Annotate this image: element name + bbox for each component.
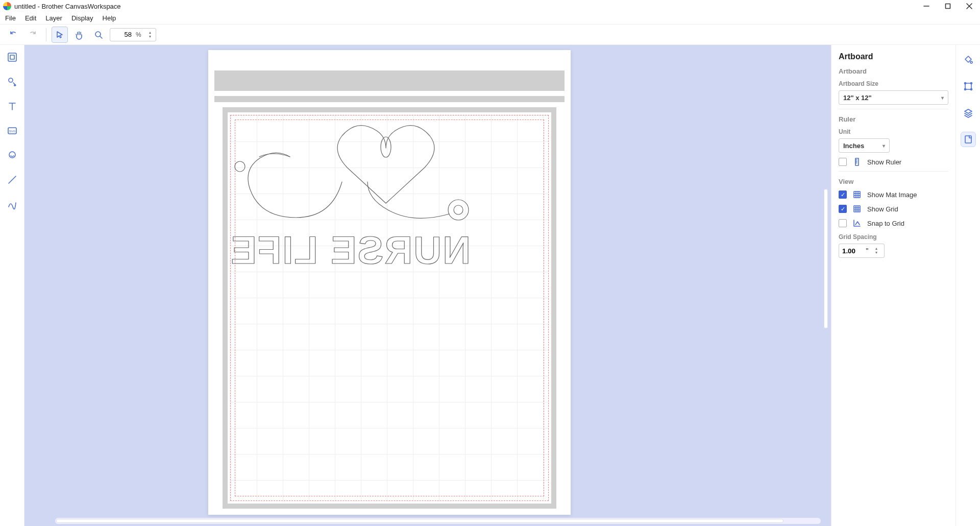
design-outline[interactable]: NURSE LIFE [231,115,471,269]
zoom-field[interactable]: % ▴ ▾ [110,28,156,41]
show-grid-label: Show Grid [867,205,898,213]
hand-tool-button[interactable] [71,27,87,43]
canvas-area[interactable]: NURSE LIFE [24,45,831,526]
artboard-tab-icon[interactable] [961,132,976,147]
show-ruler-label: Show Ruler [867,158,901,166]
grid-icon [852,204,862,214]
show-grid-checkbox[interactable] [839,205,847,213]
show-mat-checkbox[interactable] [839,190,847,199]
ruler-icon [852,157,862,167]
pointer-tool-button[interactable] [52,27,68,43]
svg-point-27 [970,61,972,63]
separator [46,28,46,41]
close-button[interactable] [966,3,973,10]
layers-tab-icon[interactable] [961,105,976,121]
design-text: NURSE LIFE [231,228,471,269]
svg-line-13 [9,176,16,183]
section-view: View [839,178,948,185]
vscroll-thumb[interactable] [824,189,828,328]
show-ruler-checkbox[interactable] [839,158,847,166]
menu-file[interactable]: File [5,14,16,22]
window-title: untitled - Brother CanvasWorkspace [14,3,121,10]
unit-value: Inches [843,142,864,150]
zoom-input[interactable] [113,31,132,38]
menu-layer[interactable]: Layer [45,14,62,22]
shapes-tool-icon[interactable] [5,75,19,89]
redo-button[interactable] [24,27,41,43]
artboard-grid[interactable]: NURSE LIFE [230,115,549,501]
section-artboard: Artboard [839,67,948,75]
snap-grid-label: Snap to Grid [867,220,904,227]
svg-point-10 [14,85,15,86]
svg-point-16 [454,205,463,214]
menu-display[interactable]: Display [71,14,93,22]
fill-tab-icon[interactable] [961,52,976,67]
grid-spacing-input[interactable] [842,247,863,255]
grid-spacing-down[interactable]: ▾ [874,251,879,255]
grid-spacing-unit: " [866,247,869,254]
right-tab-strip [955,45,980,526]
grid-spacing-field[interactable]: " ▴ ▾ [839,244,885,258]
cutting-mat: NURSE LIFE [208,50,571,515]
svg-point-8 [9,78,13,82]
menu-bar: File Edit Layer Display Help [0,12,980,25]
divider [839,109,948,109]
mat-icon [852,189,862,200]
svg-point-17 [235,161,245,172]
artboard-size-dropdown[interactable]: 12" x 12" ▾ [839,90,948,105]
divider [839,171,948,172]
unit-dropdown[interactable]: Inches ▾ [839,138,890,153]
artboard-size-value: 12" x 12" [843,94,872,102]
show-mat-label: Show Mat Image [867,191,917,199]
transform-tab-icon[interactable] [961,79,976,94]
import-svg-icon[interactable]: SVG [5,124,19,138]
text-tool-icon[interactable] [5,99,19,113]
chevron-down-icon: ▾ [883,143,885,149]
svg-text:SVG: SVG [9,130,15,133]
zoom-step-down[interactable]: ▾ [148,35,153,39]
unit-label: Unit [839,128,948,135]
vertical-scrollbar[interactable] [823,50,829,514]
trace-tool-icon[interactable] [5,148,19,162]
svg-point-15 [448,200,469,220]
mat-strip [214,96,565,102]
chevron-down-icon: ▾ [941,95,944,101]
artboard-size-label: Artboard Size [839,80,948,87]
minimize-button[interactable] [923,3,930,10]
horizontal-scrollbar[interactable] [55,518,821,524]
undo-button[interactable] [5,27,21,43]
menu-edit[interactable]: Edit [25,14,36,22]
zoom-tool-button[interactable] [90,27,107,43]
zoom-unit: % [136,31,141,38]
svg-rect-6 [8,53,16,61]
mat-header [214,70,565,91]
svg-rect-28 [965,83,971,89]
mat-inner: NURSE LIFE [223,107,556,509]
line-tool-icon[interactable] [5,173,19,187]
svg-rect-7 [10,55,14,59]
toolbar: % ▴ ▾ [0,25,980,45]
title-bar: untitled - Brother CanvasWorkspace [0,0,980,12]
left-toolbar: SVG [0,45,24,526]
artboard-tool-icon[interactable] [5,50,19,64]
menu-help[interactable]: Help [103,14,116,22]
path-tool-icon[interactable] [5,197,19,211]
properties-panel: Artboard Artboard Artboard Size 12" x 12… [831,45,955,526]
maximize-button[interactable] [944,3,951,10]
svg-rect-22 [854,192,860,198]
panel-title: Artboard [839,52,948,61]
svg-rect-18 [855,158,859,165]
svg-line-5 [100,36,102,38]
grid-spacing-label: Grid Spacing [839,233,948,241]
snap-grid-checkbox[interactable] [839,219,847,227]
app-icon [3,2,11,10]
svg-rect-1 [946,4,950,9]
hscroll-thumb[interactable] [56,519,783,523]
snap-icon [852,218,862,228]
section-ruler: Ruler [839,115,948,123]
svg-rect-33 [965,136,971,143]
